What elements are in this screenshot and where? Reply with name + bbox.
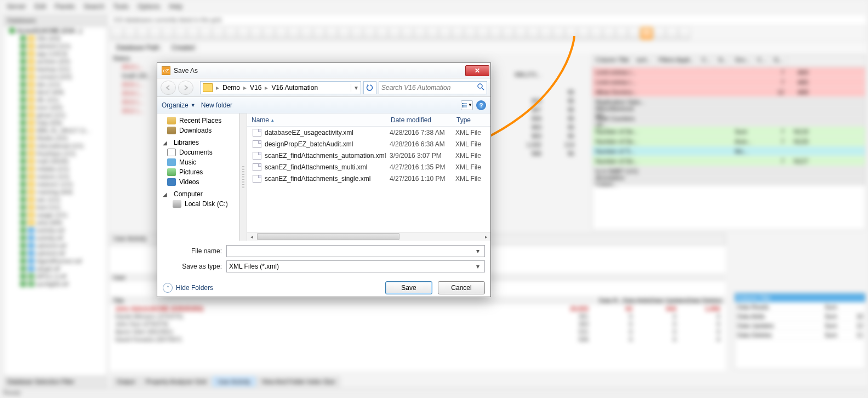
ua-col-deletes[interactable]: Data Deletes	[687, 297, 722, 304]
ua-col-adds[interactable]: Data Adds	[623, 297, 650, 304]
checkbox-icon[interactable]	[20, 43, 26, 49]
tree-item[interactable]: alog4.ntf	[4, 265, 107, 272]
search-icon[interactable]	[477, 83, 484, 92]
toolbar-button[interactable]	[401, 27, 413, 39]
rp-row[interactable]: Number of Ti...Mo...	[592, 146, 865, 156]
tree-item[interactable]: IBM_ID_VAULT (1...	[4, 127, 107, 134]
databases-tree[interactable]: Acme01/ACME (210/...) 32k (3/3)admin4 (1…	[3, 26, 107, 376]
rp-row[interactable]: Note Counters (4/...	[592, 117, 865, 127]
tree-item[interactable]: ghost (1/1)	[4, 111, 107, 119]
toolbar-button[interactable]	[565, 27, 577, 39]
tree-item[interactable]: archlg50.ntf	[4, 280, 107, 288]
tree-item[interactable]: test (1/1)	[4, 203, 107, 211]
tree-item[interactable]: activity.nsf	[4, 226, 107, 234]
toolbar-button[interactable]	[678, 27, 690, 39]
toolbar-button[interactable]	[187, 27, 199, 39]
toolbar-button[interactable]	[389, 27, 401, 39]
hide-folders-toggle[interactable]: ˄ Hide Folders	[163, 283, 213, 293]
checkbox-icon[interactable]	[20, 174, 26, 179]
breadcrumb[interactable]: ▸ Demo ▸ V16 ▸ V16 Automation ▾	[200, 81, 361, 94]
tree-item[interactable]: KeyDepo (1/1)	[4, 150, 107, 157]
toolbar-button[interactable]	[590, 27, 602, 39]
toolbar-button[interactable]	[578, 27, 590, 39]
tree-item[interactable]: dev (1/1)	[4, 81, 107, 88]
toolbar-button[interactable]	[452, 27, 464, 39]
rp-col-header[interactable]: Filters Appli...	[655, 55, 699, 67]
checkbox-icon[interactable]	[20, 204, 26, 210]
tree-item[interactable]: admin4.nsf	[4, 242, 107, 249]
rb-row[interactable]: Data DeletesSum11	[735, 331, 865, 340]
checkbox-icon[interactable]	[20, 151, 26, 156]
column-config-panel[interactable]: Column Titlesort...Filters Appli...C...G…	[592, 55, 866, 230]
tree-item[interactable]: help (5/5)	[4, 119, 107, 127]
toolbar-button[interactable]	[111, 27, 123, 39]
crumb-v16[interactable]: V16	[248, 82, 264, 94]
col-created[interactable]: Created	[168, 43, 198, 53]
checkbox-icon[interactable]	[20, 120, 26, 126]
chevron-down-icon[interactable]: ▾	[473, 263, 482, 270]
search-box[interactable]	[379, 81, 487, 94]
save-button[interactable]: Save	[385, 281, 432, 294]
rb-row[interactable]: Data UpdatesSum12	[735, 321, 865, 331]
menu-tools[interactable]: Tools	[109, 1, 133, 13]
refresh-button[interactable]	[363, 81, 376, 94]
menu-server[interactable]: Server	[2, 1, 30, 13]
nav-documents[interactable]: Documents	[157, 147, 239, 157]
toolbar-button[interactable]	[313, 27, 325, 39]
checkbox-icon[interactable]	[20, 105, 26, 110]
rb-row[interactable]: Data ReadsSum	[735, 303, 865, 312]
user-col[interactable]: User	[113, 274, 146, 281]
checkbox-icon[interactable]	[20, 166, 26, 172]
file-row[interactable]: scanEZ_findAttachments_automation.xml3/9…	[247, 150, 490, 161]
tree-item[interactable]: encr (2/2)	[4, 104, 107, 111]
toolbar-button[interactable]	[225, 27, 237, 39]
tree-item[interactable]: archive (2/2)	[4, 58, 107, 65]
user-activity-row[interactable]: Aaron Glen (561/561)531000	[110, 328, 726, 336]
rp-row[interactable]: Number of De...7N127	[592, 156, 865, 166]
scrollbar-thumb[interactable]	[257, 233, 399, 240]
ua-col-reads[interactable]: Data R...	[599, 297, 623, 304]
col-db-path[interactable]: Database Path	[113, 43, 163, 53]
checkbox-icon[interactable]	[20, 189, 26, 195]
toolbar-button[interactable]	[540, 27, 552, 39]
toolbar-button[interactable]	[162, 27, 174, 39]
close-button[interactable]: ✕	[465, 65, 489, 76]
checkbox-icon[interactable]	[20, 51, 26, 56]
status-col[interactable]: Status	[113, 55, 130, 61]
tree-item[interactable]: roaming (4/4)	[4, 188, 107, 196]
tree-item[interactable]: 32k (3/3)	[4, 35, 107, 42]
tree-item[interactable]: AgentRunner.nsf	[4, 257, 107, 265]
checkbox-icon[interactable]	[9, 28, 15, 33]
tree-item[interactable]: restore (1/1)	[4, 173, 107, 180]
file-list-header[interactable]: Name▴ Date modified Type	[247, 113, 490, 127]
rp-row[interactable]: Number of De...Aver...7N120	[592, 137, 865, 146]
toolbar-button[interactable]	[212, 27, 224, 39]
file-row[interactable]: databaseEZ_usageactivity.xml4/28/2016 7:…	[247, 127, 490, 138]
toolbar-button[interactable]	[376, 27, 388, 39]
tree-item[interactable]: mtdata (1/1)	[4, 165, 107, 173]
menu-panels[interactable]: Panels	[50, 1, 79, 13]
user-activity-row[interactable]: David Fenwick (597/597)596000	[110, 336, 726, 343]
ua-col-updates[interactable]: Data Updates	[650, 297, 687, 304]
toolbar-button[interactable]	[250, 27, 262, 39]
nav-music[interactable]: Music	[157, 157, 239, 167]
tree-item[interactable]: dev2 (4/4)	[4, 88, 107, 96]
cancel-button[interactable]: Cancel	[438, 281, 485, 294]
tree-item[interactable]: admin4 (1/1)	[4, 42, 107, 50]
toolbar-button[interactable]	[199, 27, 212, 39]
toolbar-button[interactable]	[527, 27, 539, 39]
file-row[interactable]: designPropEZ_batchAudit.xml4/28/2016 6:3…	[247, 138, 490, 150]
database-selection-filter[interactable]: Database Selection Filter	[3, 377, 107, 387]
bottom-tab[interactable]: User Activity	[213, 377, 256, 386]
chevron-right-icon[interactable]: ▸	[242, 84, 248, 92]
checkbox-icon[interactable]	[20, 235, 26, 241]
nav-libraries[interactable]: ◢Libraries	[157, 135, 239, 147]
expand-icon[interactable]: ◢	[163, 191, 167, 197]
file-row[interactable]: scanEZ_findAttachments_multi.xml4/27/201…	[247, 161, 490, 173]
nav-videos[interactable]: Videos	[157, 177, 239, 187]
toolbar-button[interactable]	[237, 27, 249, 39]
nav-recent[interactable]: Recent Places	[157, 116, 239, 126]
toolbar-button[interactable]	[300, 27, 312, 39]
scroll-left-icon[interactable]: ◂	[247, 232, 256, 241]
bottom-tab[interactable]: Property Analyzer Grid	[141, 377, 212, 386]
